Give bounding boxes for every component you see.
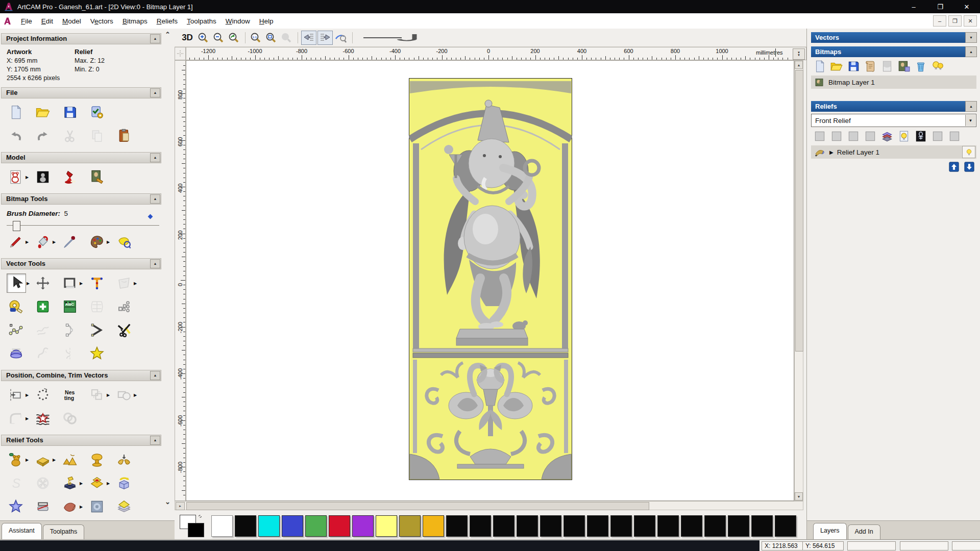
- flyout-arrow-icon[interactable]: ▶: [26, 240, 29, 244]
- free-sketch-icon[interactable]: [34, 321, 52, 339]
- palette-swatch-4[interactable]: [305, 515, 327, 537]
- zoom-selection[interactable]: [279, 31, 293, 44]
- text-on-curve-icon[interactable]: [34, 386, 52, 404]
- mirror-profile-icon[interactable]: [61, 344, 79, 363]
- palette-swatch-12[interactable]: [493, 515, 514, 537]
- zoom-in[interactable]: [196, 31, 210, 44]
- menu-file[interactable]: File: [16, 15, 37, 28]
- section-header[interactable]: Project Information▲: [1, 33, 161, 44]
- colour-palette-icon[interactable]: [88, 233, 106, 251]
- flood-fill-icon[interactable]: [34, 233, 52, 251]
- star-relief-icon[interactable]: [7, 497, 25, 516]
- palette-swatch-22[interactable]: [728, 515, 749, 537]
- scroll-up-button[interactable]: ▲: [795, 61, 803, 69]
- slider-knob[interactable]: [13, 221, 20, 231]
- relief-from-image-icon[interactable]: b: [61, 474, 79, 492]
- combobox-dropdown-icon[interactable]: ▼: [965, 115, 975, 126]
- flyout-arrow-icon[interactable]: ▶: [80, 481, 83, 486]
- colour-indicator[interactable]: [180, 515, 208, 537]
- load-relief-icon[interactable]: [7, 450, 25, 469]
- relief-layer-row[interactable]: ▶ Relief Layer 1: [811, 145, 976, 159]
- layer-visibility-button[interactable]: [962, 146, 975, 158]
- palette-swatch-18[interactable]: [634, 515, 655, 537]
- interlink-vectors-icon[interactable]: [61, 409, 79, 428]
- align-vectors-icon[interactable]: [7, 386, 25, 404]
- palette-swatch-8[interactable]: [399, 515, 421, 537]
- palette-swatch-20[interactable]: [681, 515, 702, 537]
- view-3d-button[interactable]: 3D: [180, 31, 195, 44]
- create-star-icon[interactable]: [88, 344, 106, 363]
- palette-swatch-7[interactable]: [376, 515, 397, 537]
- palette-swatch-14[interactable]: [540, 515, 561, 537]
- create-polyline-icon[interactable]: [88, 321, 106, 339]
- delete-bitmap-layer[interactable]: [914, 60, 927, 73]
- trim-vectors-icon[interactable]: [115, 321, 133, 339]
- toggle-right-panel[interactable]: [317, 31, 333, 45]
- open-relief-layer[interactable]: [830, 130, 843, 143]
- fillet-tool-icon[interactable]: [7, 409, 25, 428]
- zoom-previous[interactable]: [227, 31, 241, 44]
- collapse-section-icon[interactable]: ▲: [150, 436, 160, 445]
- minimize-icon[interactable]: –: [900, 0, 927, 13]
- relief-layers-icon[interactable]: [115, 497, 133, 516]
- smooth-relief-icon[interactable]: [61, 450, 79, 469]
- bitmap-layer-row[interactable]: Bitmap Layer 1: [811, 76, 976, 89]
- panel-scroll-down-icon[interactable]: ⌄: [165, 498, 170, 506]
- palette-swatch-10[interactable]: [446, 515, 468, 537]
- bitmaps-section-header[interactable]: Bitmaps ▲: [811, 46, 976, 57]
- ruler-units-button[interactable]: ▼▼: [793, 48, 805, 60]
- panel-scroll-up-icon[interactable]: ⌃: [165, 31, 170, 38]
- new-model-icon[interactable]: [7, 103, 25, 121]
- texture-relief-icon[interactable]: [88, 497, 106, 516]
- zoom-fit[interactable]: [264, 31, 278, 44]
- undo-icon[interactable]: [7, 127, 25, 145]
- transform-vectors-icon[interactable]: [34, 274, 52, 292]
- merge-relief-layers[interactable]: [864, 130, 877, 143]
- flyout-arrow-icon[interactable]: ▶: [26, 458, 29, 462]
- relief-weave-icon[interactable]: [34, 474, 52, 492]
- measure-tool-icon[interactable]: [7, 297, 25, 316]
- envelope-distortion-icon[interactable]: [115, 274, 133, 292]
- collapse-section-icon[interactable]: ▲: [150, 153, 160, 162]
- menu-edit[interactable]: Edit: [37, 15, 58, 28]
- merge-bitmap-layers[interactable]: [864, 60, 877, 73]
- palette-swatch-2[interactable]: [258, 515, 280, 537]
- create-text-icon[interactable]: [88, 274, 106, 292]
- stack-relief-layers[interactable]: [880, 130, 894, 143]
- maximize-icon[interactable]: ❐: [927, 0, 953, 13]
- section-header[interactable]: Vector Tools▲: [1, 258, 161, 269]
- preferences-icon[interactable]: [88, 103, 106, 121]
- move-layer-up-button[interactable]: [948, 162, 960, 172]
- palette-swatch-16[interactable]: [587, 515, 608, 537]
- mdi-close-icon[interactable]: ✕: [964, 15, 977, 27]
- palette-swatch-19[interactable]: [657, 515, 679, 537]
- two-rail-sweep-icon[interactable]: [61, 497, 79, 516]
- mdi-restore-icon[interactable]: ❐: [948, 15, 962, 27]
- wrap-mesh-icon[interactable]: [88, 297, 106, 316]
- new-relief-layer[interactable]: [813, 130, 826, 143]
- flyout-arrow-icon[interactable]: ▶: [107, 481, 110, 486]
- clear-bitmap-layer[interactable]: [880, 60, 894, 73]
- tab-add-in[interactable]: Add In: [848, 524, 880, 539]
- magic-lasso-icon[interactable]: [115, 233, 133, 251]
- flyout-arrow-icon[interactable]: ▶: [53, 240, 56, 244]
- flyout-arrow-icon[interactable]: ▶: [134, 393, 137, 397]
- palette-swatch-13[interactable]: [517, 515, 538, 537]
- relief-visibility[interactable]: [897, 130, 911, 143]
- section-header[interactable]: Model▲: [1, 152, 161, 163]
- palette-swatch-15[interactable]: [564, 515, 585, 537]
- collapse-section-icon[interactable]: ▲: [150, 88, 160, 97]
- palette-swatch-6[interactable]: [352, 515, 374, 537]
- vectors-section-header[interactable]: Vectors ▼: [811, 32, 976, 43]
- paste-icon[interactable]: [115, 127, 133, 145]
- node-editing-icon[interactable]: [7, 321, 25, 339]
- scroll-left-button[interactable]: ▸: [176, 502, 185, 510]
- collapse-reliefs-icon[interactable]: ▲: [965, 101, 977, 112]
- drawing-canvas[interactable]: [186, 60, 794, 501]
- active-relief-combobox[interactable]: Front Relief ▼: [811, 114, 976, 127]
- palette-swatch-11[interactable]: [470, 515, 491, 537]
- palette-swatch-3[interactable]: [282, 515, 303, 537]
- ruler-origin-button[interactable]: [175, 47, 186, 60]
- toggle-all-relief-layers[interactable]: [948, 130, 961, 143]
- section-header[interactable]: Relief Tools▲: [1, 435, 161, 446]
